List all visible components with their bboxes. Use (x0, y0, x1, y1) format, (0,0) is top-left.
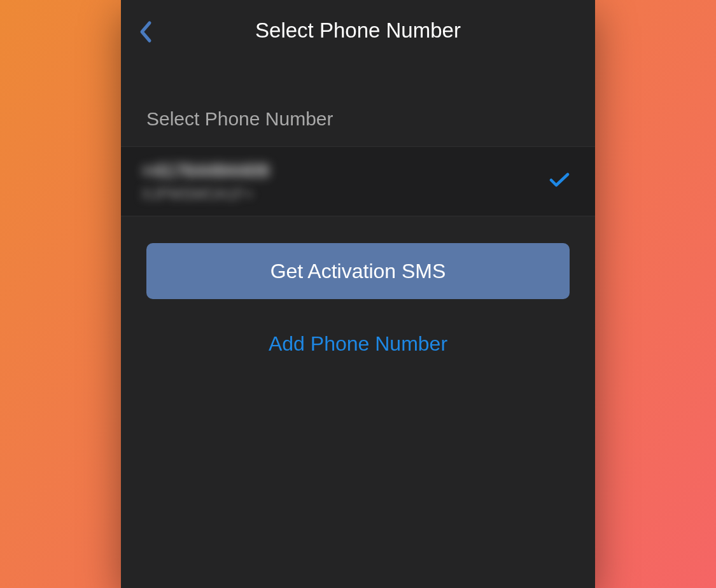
checkmark-icon (549, 172, 570, 188)
add-phone-number-button[interactable]: Add Phone Number (146, 299, 570, 389)
phone-info: +41764494409 XJPMSMOA1F+ (141, 160, 269, 203)
phone-number-text: +41764494409 (141, 160, 269, 181)
page-title: Select Phone Number (255, 18, 461, 43)
action-area: Get Activation SMS Add Phone Number (121, 216, 595, 389)
selected-checkmark (549, 172, 570, 190)
screen-container: Select Phone Number Select Phone Number … (121, 0, 595, 588)
chevron-left-icon (138, 20, 152, 43)
phone-label-text: XJPMSMOA1F+ (141, 185, 269, 203)
get-activation-sms-button[interactable]: Get Activation SMS (146, 243, 570, 299)
section-label: Select Phone Number (121, 60, 595, 146)
header: Select Phone Number (121, 0, 595, 60)
phone-number-row[interactable]: +41764494409 XJPMSMOA1F+ (121, 146, 595, 216)
back-button[interactable] (132, 19, 158, 45)
